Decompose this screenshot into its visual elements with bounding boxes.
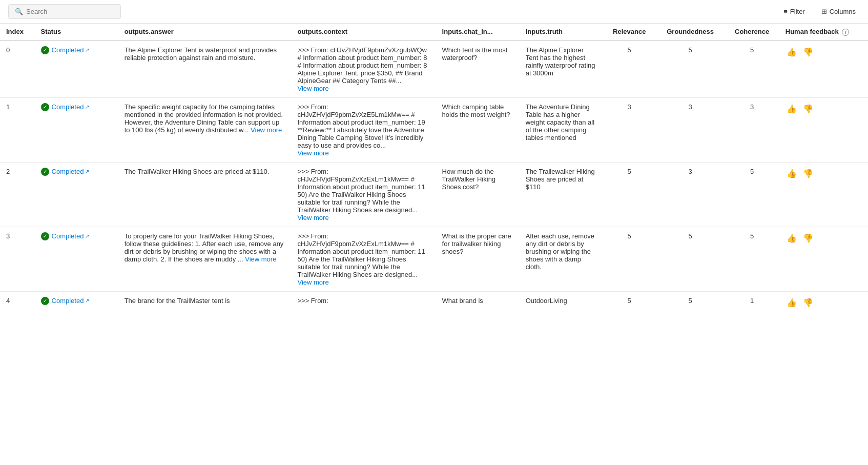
col-header-status: Status bbox=[35, 24, 118, 41]
col-header-index: Index bbox=[0, 24, 35, 41]
context-view-more[interactable]: View more bbox=[297, 214, 328, 221]
thumbs-down-button[interactable]: 👎 bbox=[802, 232, 814, 244]
table-row: 2 ✓ Completed ↗ The TrailWalker Hiking S… bbox=[0, 162, 868, 227]
columns-button[interactable]: ⊞ Columns bbox=[817, 6, 860, 17]
columns-label: Columns bbox=[830, 8, 856, 15]
col-header-coherence: Coherence bbox=[725, 24, 779, 41]
answer-view-more[interactable]: View more bbox=[245, 255, 276, 263]
answer-text: The Alpine Explorer Tent is waterproof a… bbox=[125, 46, 277, 62]
thumbs-up-button[interactable]: 👍 bbox=[786, 297, 798, 309]
cell-chat-in: Which tent is the most waterproof? bbox=[436, 41, 520, 98]
status-link[interactable]: Completed ↗ bbox=[52, 46, 90, 54]
cell-chat-in: What is the proper care for trailwalker … bbox=[436, 227, 520, 291]
cell-relevance: 5 bbox=[603, 227, 656, 291]
cell-index: 2 bbox=[0, 162, 35, 227]
external-link-icon: ↗ bbox=[85, 169, 89, 174]
context-view-more[interactable]: View more bbox=[297, 85, 328, 92]
data-table-container: Index Status outputs.answer outputs.cont… bbox=[0, 24, 868, 314]
cell-human-feedback: 👍 👎 bbox=[779, 227, 868, 291]
cell-truth: The Trailewalker Hiking Shoes are priced… bbox=[520, 162, 603, 227]
thumbs-down-button[interactable]: 👎 bbox=[802, 168, 814, 179]
col-header-inputs-truth: inputs.truth bbox=[520, 24, 603, 41]
status-check-icon: ✓ bbox=[41, 168, 49, 176]
cell-human-feedback: 👍 👎 bbox=[779, 162, 868, 227]
cell-coherence: 1 bbox=[725, 291, 779, 314]
status-badge: ✓ Completed ↗ bbox=[41, 232, 112, 240]
data-table: Index Status outputs.answer outputs.cont… bbox=[0, 24, 868, 314]
col-header-inputs-chat: inputs.chat_in... bbox=[436, 24, 520, 41]
cell-coherence: 3 bbox=[725, 97, 779, 162]
cell-context: >>> From: cHJvZHVjdF9pbmZvXzgubWQw # Inf… bbox=[291, 41, 436, 98]
filter-button[interactable]: ≡ Filter bbox=[779, 6, 809, 17]
status-badge: ✓ Completed ↗ bbox=[41, 297, 112, 305]
cell-human-feedback: 👍 👎 bbox=[779, 97, 868, 162]
context-text: >>> From: bbox=[297, 297, 328, 305]
thumbs-down-button[interactable]: 👎 bbox=[802, 297, 814, 309]
status-check-icon: ✓ bbox=[41, 297, 49, 305]
context-view-more[interactable]: View more bbox=[297, 149, 328, 157]
cell-answer: The brand for the TrailMaster tent is bbox=[118, 291, 292, 314]
columns-icon: ⊞ bbox=[821, 8, 827, 15]
status-link[interactable]: Completed ↗ bbox=[52, 103, 90, 111]
cell-answer: The Alpine Explorer Tent is waterproof a… bbox=[118, 41, 292, 98]
cell-index: 4 bbox=[0, 291, 35, 314]
thumbs-up-button[interactable]: 👍 bbox=[786, 103, 798, 115]
cell-index: 3 bbox=[0, 227, 35, 291]
thumbs-down-button[interactable]: 👎 bbox=[802, 103, 814, 115]
table-row: 3 ✓ Completed ↗ To properly care for you… bbox=[0, 227, 868, 291]
context-view-more[interactable]: View more bbox=[297, 278, 328, 286]
search-box: 🔍 bbox=[8, 4, 121, 19]
cell-index: 1 bbox=[0, 97, 35, 162]
cell-status: ✓ Completed ↗ bbox=[35, 291, 118, 314]
toolbar-right: ≡ Filter ⊞ Columns bbox=[779, 6, 860, 17]
cell-status: ✓ Completed ↗ bbox=[35, 162, 118, 227]
status-text: Completed bbox=[52, 168, 84, 175]
cell-relevance: 5 bbox=[603, 162, 656, 227]
status-link[interactable]: Completed ↗ bbox=[52, 297, 90, 305]
cell-relevance: 5 bbox=[603, 291, 656, 314]
status-text: Completed bbox=[52, 232, 84, 240]
status-text: Completed bbox=[52, 297, 84, 305]
cell-groundedness: 5 bbox=[656, 291, 725, 314]
status-badge: ✓ Completed ↗ bbox=[41, 168, 112, 176]
cell-answer: The TrailWalker Hiking Shoes are priced … bbox=[118, 162, 292, 227]
cell-chat-in: How much do the TrailWalker Hiking Shoes… bbox=[436, 162, 520, 227]
status-check-icon: ✓ bbox=[41, 103, 49, 111]
status-link[interactable]: Completed ↗ bbox=[52, 168, 90, 175]
cell-context: >>> From: cHJvZHVjdF9pbmZvXzE5Lm1kMw== #… bbox=[291, 97, 436, 162]
cell-human-feedback: 👍 👎 bbox=[779, 291, 868, 314]
thumbs-down-button[interactable]: 👎 bbox=[802, 46, 814, 58]
feedback-icons: 👍 👎 bbox=[786, 297, 862, 309]
col-header-outputs-context: outputs.context bbox=[291, 24, 436, 41]
thumbs-up-button[interactable]: 👍 bbox=[786, 168, 798, 179]
table-row: 4 ✓ Completed ↗ The brand for the TrailM… bbox=[0, 291, 868, 314]
feedback-icons: 👍 👎 bbox=[786, 232, 862, 244]
toolbar: 🔍 ≡ Filter ⊞ Columns bbox=[0, 0, 868, 24]
cell-groundedness: 3 bbox=[656, 97, 725, 162]
answer-view-more[interactable]: View more bbox=[251, 126, 282, 134]
col-header-groundedness: Groundedness bbox=[656, 24, 725, 41]
status-badge: ✓ Completed ↗ bbox=[41, 46, 112, 54]
feedback-icons: 👍 👎 bbox=[786, 46, 862, 58]
cell-status: ✓ Completed ↗ bbox=[35, 97, 118, 162]
cell-answer: The specific weight capacity for the cam… bbox=[118, 97, 292, 162]
cell-coherence: 5 bbox=[725, 162, 779, 227]
col-header-human-feedback: Human feedback i bbox=[779, 24, 868, 41]
search-input[interactable] bbox=[26, 8, 114, 15]
cell-coherence: 5 bbox=[725, 227, 779, 291]
table-header-row: Index Status outputs.answer outputs.cont… bbox=[0, 24, 868, 41]
cell-status: ✓ Completed ↗ bbox=[35, 227, 118, 291]
answer-text: The TrailWalker Hiking Shoes are priced … bbox=[125, 168, 270, 175]
cell-truth: After each use, remove any dirt or debri… bbox=[520, 227, 603, 291]
col-header-relevance: Relevance bbox=[603, 24, 656, 41]
answer-text: The brand for the TrailMaster tent is bbox=[125, 297, 230, 305]
thumbs-up-button[interactable]: 👍 bbox=[786, 46, 798, 58]
cell-groundedness: 3 bbox=[656, 162, 725, 227]
feedback-icons: 👍 👎 bbox=[786, 103, 862, 115]
status-check-icon: ✓ bbox=[41, 232, 49, 240]
status-link[interactable]: Completed ↗ bbox=[52, 232, 90, 240]
status-badge: ✓ Completed ↗ bbox=[41, 103, 112, 111]
human-feedback-info-icon: i bbox=[842, 29, 849, 36]
cell-relevance: 5 bbox=[603, 41, 656, 98]
thumbs-up-button[interactable]: 👍 bbox=[786, 232, 798, 244]
